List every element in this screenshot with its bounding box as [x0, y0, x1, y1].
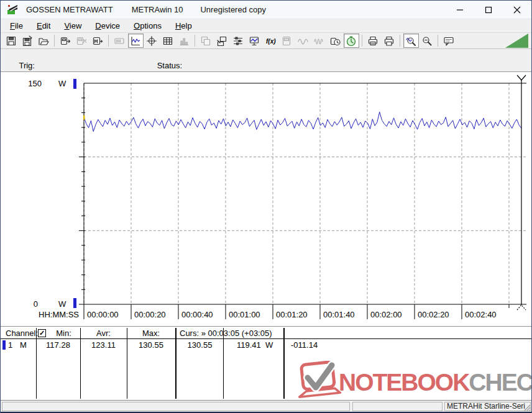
copy-view-button — [198, 34, 214, 48]
info-bar: Trig: OFF Chan: 123456789 Status: Browsi… — [1, 49, 531, 72]
chart-view-button[interactable] — [128, 34, 144, 48]
toolbar-separator — [400, 35, 400, 47]
time-setup-button[interactable] — [328, 34, 343, 48]
live-timer-button[interactable] — [344, 34, 359, 48]
device-panel-button — [279, 34, 295, 48]
row-delta-value: -011.14 — [291, 340, 318, 350]
app-window: GOSSEN METRAWATT METRAwin 10 Unregistere… — [0, 0, 532, 413]
zoom-out-button[interactable] — [420, 34, 435, 48]
numeric-view-button — [112, 34, 127, 48]
channel-setup-button[interactable] — [231, 34, 246, 48]
time-setup-icon — [329, 35, 341, 47]
y-unit-top: W — [58, 79, 66, 88]
close-icon — [513, 6, 521, 14]
level-indicator-icon — [505, 34, 528, 48]
print-preview-icon — [367, 35, 378, 47]
table-divider — [127, 328, 127, 399]
formula-fx-button[interactable]: f(x) — [263, 34, 278, 48]
save-icon — [6, 35, 17, 47]
row-avr-value: 123.11 — [80, 340, 127, 350]
monitor-view-button[interactable] — [247, 34, 262, 48]
app-logo-icon — [7, 4, 19, 16]
minimize-icon — [456, 6, 464, 14]
chart-panel[interactable]: 00:00:0000:00:2000:00:4000:01:0000:01:20… — [1, 72, 532, 327]
export-view-button[interactable] — [214, 34, 230, 48]
x-tick-label: 00:00:40 — [181, 310, 213, 319]
save-button[interactable] — [4, 34, 19, 48]
statusbar-device: METRAHit Starline-Seri — [444, 402, 531, 411]
menu-bar: FileEditViewDeviceOptionsHelp — [1, 19, 531, 33]
x-tick-label: 00:01:00 — [229, 310, 260, 319]
menu-view[interactable]: View — [57, 20, 88, 32]
save-as-button[interactable] — [20, 34, 35, 48]
y-range-marker-bottom — [73, 298, 76, 308]
cursor-view-button[interactable] — [144, 34, 160, 48]
zoom-wave-button[interactable] — [403, 34, 419, 48]
title-bar: GOSSEN METRAWATT METRAwin 10 Unregistere… — [1, 1, 531, 19]
row-cursor-a-value: 130.55 — [177, 340, 223, 350]
close-button[interactable] — [503, 1, 531, 19]
cursor-handle-bottom[interactable] — [517, 305, 526, 310]
maximize-icon — [485, 6, 492, 14]
header-channel: Channel: — [6, 329, 38, 338]
open-button[interactable] — [36, 34, 52, 48]
clear-device-icon — [76, 35, 87, 47]
read-device-icon — [60, 35, 71, 47]
read-device-button[interactable] — [58, 34, 73, 48]
svg-text:f(x): f(x) — [266, 38, 276, 45]
statusbar-panel-2 — [352, 402, 443, 411]
power-trace — [84, 112, 521, 132]
channel-color-marker — [2, 340, 6, 350]
resize-grip[interactable] — [523, 404, 531, 411]
row-unit: W — [265, 340, 273, 350]
clear-device-button — [74, 34, 89, 48]
window-title-product: METRAwin 10 — [132, 5, 183, 14]
menu-device[interactable]: Device — [88, 20, 127, 32]
chart-view-icon — [130, 35, 141, 47]
cursor-handle-top[interactable] — [517, 75, 526, 80]
print-preview-button[interactable] — [365, 34, 381, 48]
toolbar-separator — [438, 35, 438, 47]
toolbar-separator — [362, 35, 362, 47]
table-divider — [175, 328, 177, 399]
live-timer-icon — [346, 35, 357, 47]
statusbar-panel-1 — [2, 402, 350, 411]
y-max-label: 150 — [28, 79, 42, 88]
menu-options[interactable]: Options — [127, 20, 168, 32]
menu-file[interactable]: File — [3, 20, 30, 32]
x-tick-label: 00:02:00 — [370, 310, 402, 319]
window-title-license: Unregistered copy — [200, 5, 266, 14]
print-icon — [383, 35, 395, 47]
toolbar-separator — [108, 35, 109, 47]
table-divider — [36, 328, 37, 399]
wave-dense-button — [311, 34, 327, 48]
maximize-button[interactable] — [474, 1, 503, 19]
comment-button[interactable] — [441, 34, 457, 48]
row-channel-number: 1 — [8, 340, 12, 350]
export-view-icon — [216, 35, 227, 47]
x-tick-label: 00:01:20 — [276, 310, 308, 319]
table-view-icon — [162, 35, 173, 47]
power-chart[interactable]: 00:00:0000:00:2000:00:4000:01:0000:01:20… — [1, 72, 532, 327]
wave-single-icon — [297, 35, 308, 47]
memory-device-icon — [92, 35, 103, 47]
x-tick-label: 00:00:20 — [134, 310, 166, 319]
window-title-app: GOSSEN METRAWATT — [26, 5, 113, 14]
y-unit-bottom: W — [58, 299, 66, 309]
minimize-button[interactable] — [446, 1, 474, 19]
zoom-wave-icon — [405, 35, 416, 47]
menu-help[interactable]: Help — [168, 20, 199, 32]
table-divider — [223, 328, 224, 399]
header-min: Min: — [47, 329, 80, 338]
channel-setup-icon — [232, 35, 244, 47]
monitor-view-icon — [249, 35, 260, 47]
table-view-button[interactable] — [160, 34, 176, 48]
table-divider — [283, 328, 285, 399]
measurement-table: Channel: ✓ Min: Avr: Max: Curs: » 00:03:… — [1, 327, 532, 400]
menu-edit[interactable]: Edit — [30, 20, 57, 32]
channel-checkbox[interactable]: ✓ — [38, 329, 46, 337]
header-max: Max: — [127, 329, 175, 338]
window-controls — [446, 1, 531, 19]
print-button[interactable] — [382, 34, 397, 48]
memory-device-button[interactable] — [90, 34, 106, 48]
